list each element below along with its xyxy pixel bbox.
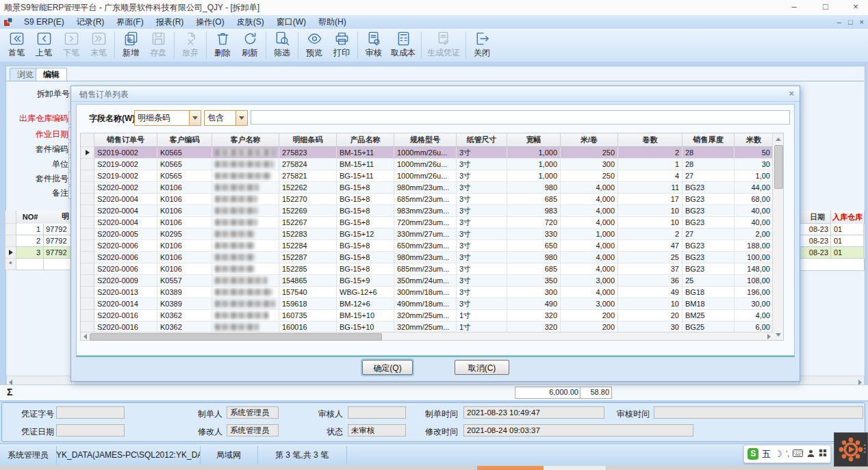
cell[interactable]: K0106 [157, 263, 212, 275]
cell[interactable]: 17 [618, 194, 682, 205]
cell[interactable]: 1,000 [561, 229, 618, 240]
scroll-up-icon[interactable] [773, 134, 783, 144]
cell[interactable]: K0295 [157, 229, 212, 240]
table-row[interactable]: S2020-0004K0106152267BG-15+8720mm/23um..… [81, 217, 783, 229]
column-header-0[interactable]: 销售订单号 [94, 133, 157, 147]
cell[interactable]: BG23 [682, 182, 735, 194]
cell[interactable]: K0106 [157, 252, 212, 263]
cell[interactable] [212, 310, 279, 322]
cell[interactable]: 685 [507, 194, 561, 205]
toolbar-button-refresh[interactable]: 刷新 [236, 30, 264, 60]
cell[interactable]: 3寸 [457, 194, 507, 205]
cell[interactable]: S2020-0016 [94, 310, 157, 322]
cell[interactable] [212, 147, 279, 159]
keyboard-icon[interactable] [793, 449, 803, 459]
cell[interactable]: BM25 [682, 310, 735, 322]
cell[interactable]: 47 [618, 240, 682, 252]
ime-toolbar[interactable]: S 五 ☽ ’, [743, 445, 831, 463]
hscroll-thumb[interactable] [90, 333, 382, 341]
cell[interactable]: 152283 [279, 229, 337, 240]
cell[interactable] [212, 229, 279, 240]
cell[interactable]: BG-15+8 [337, 240, 394, 252]
window-minimize-icon[interactable]: – [780, 0, 808, 15]
cell[interactable]: 154865 [279, 275, 337, 287]
cell[interactable]: BG-15+12 [337, 229, 394, 240]
mdi-minimize-icon[interactable]: – [837, 16, 841, 27]
cell[interactable]: S2020-0004 [94, 205, 157, 217]
toolbar-button-first-record[interactable]: 首笔 [3, 30, 30, 60]
cell[interactable]: 3寸 [457, 298, 507, 310]
cell[interactable] [212, 275, 279, 287]
cell[interactable] [212, 194, 279, 205]
cell[interactable]: 4,000 [561, 182, 618, 194]
cell[interactable]: 3寸 [457, 217, 507, 229]
cell[interactable]: BG18 [682, 287, 735, 298]
cell[interactable]: 68,00 [735, 194, 774, 205]
cell[interactable]: 2 [618, 147, 682, 159]
cell-date[interactable]: 08-23 [800, 224, 831, 235]
cell[interactable]: S2020-0002 [94, 182, 157, 194]
cell[interactable]: K0565 [157, 170, 212, 182]
cell[interactable]: K0106 [157, 205, 212, 217]
cell[interactable]: 1,000 [507, 159, 561, 170]
cell[interactable]: 983mm/23um... [394, 205, 457, 217]
cell[interactable]: 28 [682, 147, 735, 159]
dialog-titlebar[interactable]: 销售订单列表 × [71, 86, 800, 102]
cell[interactable]: 152270 [279, 194, 337, 205]
cell[interactable]: 250 [561, 170, 618, 182]
menu-item[interactable]: 报表(R) [150, 15, 190, 29]
cell[interactable]: 490mm/18um... [394, 298, 457, 310]
cell[interactable]: S2020-0004 [94, 217, 157, 229]
cell[interactable]: 980 [507, 252, 561, 263]
cell[interactable] [212, 287, 279, 298]
cell[interactable]: K0389 [157, 287, 212, 298]
cell[interactable] [212, 252, 279, 263]
toolbar-button-delete[interactable]: 删除 [209, 30, 236, 60]
cell[interactable]: BG23 [682, 194, 735, 205]
cell[interactable]: 37 [618, 263, 682, 275]
cell[interactable] [212, 263, 279, 275]
table-row[interactable]: S2020-0006K0106152287BG-15+8980mm/23um..… [81, 252, 783, 263]
cell[interactable]: 3寸 [457, 263, 507, 275]
toolbar-button-cost[interactable]: 取成本 [387, 30, 419, 60]
cell[interactable]: 490 [507, 298, 561, 310]
cell[interactable] [212, 170, 279, 182]
cell[interactable]: 4,00 [735, 310, 774, 322]
chevron-down-icon[interactable] [189, 111, 201, 125]
cell[interactable]: S2020-0005 [94, 229, 157, 240]
cell[interactable]: BM18 [682, 298, 735, 310]
cell[interactable]: 152285 [279, 263, 337, 275]
cell[interactable] [212, 159, 279, 170]
cell[interactable]: 3寸 [457, 159, 507, 170]
cell[interactable]: 28 [682, 159, 735, 170]
cell[interactable]: K0106 [157, 240, 212, 252]
cell[interactable]: 4,000 [561, 252, 618, 263]
field-name-combobox[interactable]: 明细条码 [134, 110, 201, 126]
toolbar-button-preview[interactable]: 预览 [301, 30, 328, 60]
cell[interactable]: 100,00 [735, 252, 774, 263]
cell[interactable]: 108,00 [735, 275, 774, 287]
cell[interactable]: K0389 [157, 298, 212, 310]
cell[interactable]: BG23 [682, 205, 735, 217]
cell[interactable]: 10 [618, 205, 682, 217]
cell[interactable]: 1,000 [507, 147, 561, 159]
cell[interactable]: BM-15+11 [337, 159, 394, 170]
person-icon[interactable] [806, 449, 815, 460]
cell-date[interactable]: 08-23 [800, 247, 831, 259]
cell[interactable]: S2019-0002 [94, 147, 157, 159]
cell[interactable]: 152287 [279, 252, 337, 263]
cell[interactable]: 685mm/23um... [394, 194, 457, 205]
cell[interactable]: 350 [507, 275, 561, 287]
table-row[interactable]: S2020-0006K0106152285BG-15+8685mm/23um..… [81, 263, 783, 275]
moon-icon[interactable]: ☽ [774, 449, 782, 459]
cell[interactable]: 980 [507, 182, 561, 194]
toolbox-icon[interactable] [819, 449, 827, 459]
cell[interactable]: 685 [507, 263, 561, 275]
cell[interactable]: 200 [561, 310, 618, 322]
cell[interactable]: 152262 [279, 182, 337, 194]
cell[interactable]: 1000mm/26u... [394, 159, 457, 170]
cell[interactable]: 10 [618, 217, 682, 229]
column-header-4[interactable]: 产品名称 [337, 133, 394, 147]
cell[interactable]: 983 [507, 205, 561, 217]
cell[interactable]: 3寸 [457, 252, 507, 263]
